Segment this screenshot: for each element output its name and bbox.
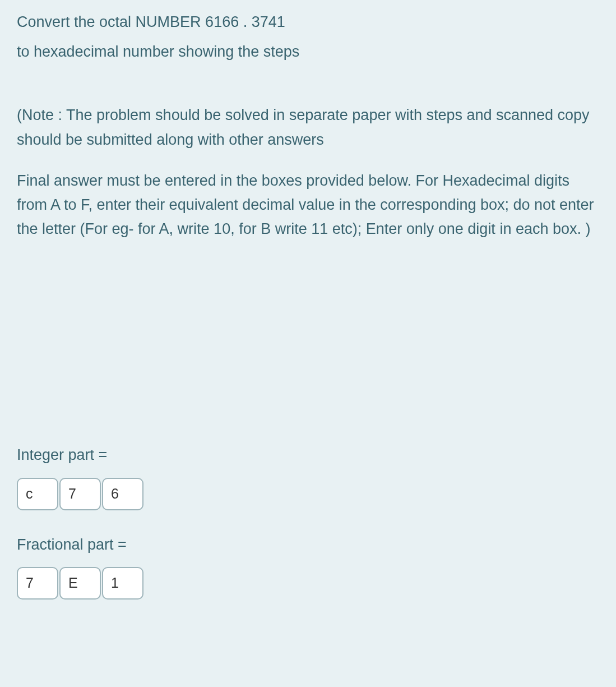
fractional-digit-1-input[interactable] (17, 567, 58, 600)
integer-digit-2-input[interactable] (59, 478, 101, 510)
question-line-2: to hexadecimal number showing the steps (17, 40, 599, 64)
fractional-digit-3-input[interactable] (102, 567, 143, 600)
fractional-input-row (17, 567, 599, 600)
integer-digit-1-input[interactable] (17, 478, 58, 510)
note-text: (Note : The problem should be solved in … (17, 103, 599, 151)
integer-digit-3-input[interactable] (102, 478, 143, 510)
integer-input-row (17, 478, 599, 510)
fractional-digit-2-input[interactable] (59, 567, 101, 600)
question-line-1: Convert the octal NUMBER 6166 . 3741 (17, 10, 599, 34)
integer-part-label: Integer part = (17, 443, 599, 467)
instruction-text: Final answer must be entered in the boxe… (17, 169, 599, 242)
fractional-part-label: Fractional part = (17, 533, 599, 557)
